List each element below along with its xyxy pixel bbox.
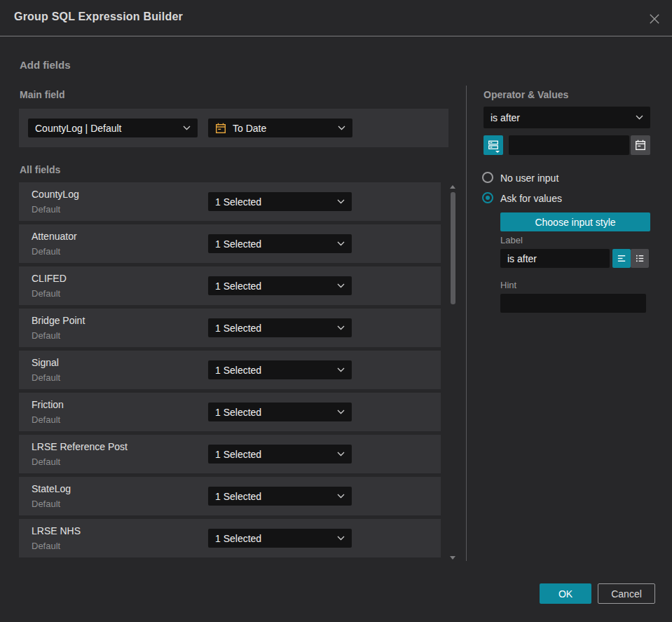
chevron-down-icon: [337, 452, 345, 457]
field-name: LRSE NHS: [32, 525, 81, 536]
field-selected-dropdown[interactable]: 1 Selected: [208, 360, 352, 379]
selected-count-label: 1 Selected: [215, 323, 261, 334]
field-selected-dropdown[interactable]: 1 Selected: [208, 445, 352, 464]
dialog-title: Group SQL Expression Builder: [14, 11, 183, 23]
selected-count-label: 1 Selected: [215, 280, 261, 292]
chevron-down-icon: [636, 115, 643, 120]
operator-select[interactable]: is after: [484, 107, 650, 128]
chevron-down-icon: [337, 199, 345, 204]
main-field-select-value: CountyLog | Default: [35, 123, 122, 134]
panel-divider: [466, 86, 467, 561]
selected-count-label: 1 Selected: [215, 449, 261, 460]
operator-values-heading: Operator & Values: [484, 89, 568, 100]
group-sql-expression-builder-dialog: Group SQL Expression Builder Add fields …: [0, 0, 672, 622]
field-selected-dropdown[interactable]: 1 Selected: [208, 318, 352, 337]
label-input[interactable]: [500, 249, 610, 268]
selected-count-label: 1 Selected: [215, 238, 261, 250]
field-row-clifed: CLIFED Default 1 Selected: [19, 266, 441, 305]
radio-ask-for-values-label[interactable]: Ask for values: [500, 193, 562, 204]
radio-no-user-input[interactable]: [482, 172, 493, 183]
field-name: Bridge Point: [32, 315, 85, 326]
input-style-text-button[interactable]: [612, 249, 631, 268]
main-field-select[interactable]: CountyLog | Default: [28, 119, 198, 137]
input-style-list-button[interactable]: [631, 249, 649, 268]
field-name: LRSE Reference Post: [32, 441, 128, 452]
selected-count-label: 1 Selected: [215, 196, 261, 208]
chevron-down-icon: [183, 126, 191, 130]
field-row-lrse-nhs: LRSE NHS Default 1 Selected: [19, 519, 441, 557]
field-row-friction: Friction Default 1 Selected: [19, 393, 441, 431]
field-name: CountyLog: [32, 189, 79, 200]
field-selected-dropdown[interactable]: 1 Selected: [208, 192, 352, 211]
field-selected-dropdown[interactable]: 1 Selected: [208, 403, 352, 421]
field-row-countylog: CountyLog Default 1 Selected: [19, 182, 441, 221]
selected-count-label: 1 Selected: [215, 365, 261, 376]
field-name: StateLog: [32, 483, 71, 494]
field-subtitle: Default: [32, 414, 60, 425]
selected-count-label: 1 Selected: [215, 533, 261, 544]
value-source-button[interactable]: [484, 135, 503, 155]
field-subtitle: Default: [32, 288, 60, 299]
radio-no-user-input-label[interactable]: No user input: [500, 173, 558, 184]
cancel-button[interactable]: Cancel: [598, 583, 655, 604]
field-name: CLIFED: [32, 273, 67, 284]
main-field-heading: Main field: [20, 89, 65, 100]
selected-count-label: 1 Selected: [215, 491, 261, 502]
chevron-down-icon: [337, 410, 345, 414]
chevron-down-icon: [337, 325, 345, 330]
add-fields-heading: Add fields: [20, 59, 71, 71]
selected-count-label: 1 Selected: [215, 407, 261, 418]
close-button[interactable]: [647, 11, 662, 27]
main-field-type-select[interactable]: To Date: [208, 119, 352, 137]
calendar-icon: [215, 123, 226, 134]
chevron-down-icon: [337, 494, 345, 499]
field-subtitle: Default: [32, 204, 60, 215]
field-subtitle: Default: [32, 246, 60, 257]
field-row-attenuator: Attenuator Default 1 Selected: [19, 224, 441, 263]
label-section-title: Label: [500, 235, 523, 245]
field-subtitle: Default: [32, 330, 60, 341]
field-name: Attenuator: [32, 231, 77, 242]
caret-down-icon: [495, 151, 500, 153]
all-fields-list: CountyLog Default 1 Selected Attenuator …: [19, 182, 441, 561]
operator-select-value: is after: [491, 112, 520, 123]
main-field-type-value: To Date: [233, 123, 266, 134]
calendar-icon: [635, 140, 646, 151]
align-left-icon: [617, 253, 627, 264]
all-fields-heading: All fields: [20, 164, 60, 175]
scroll-up-arrow-icon[interactable]: [450, 185, 455, 189]
field-row-lrse-reference-post: LRSE Reference Post Default 1 Selected: [19, 435, 441, 473]
field-selected-dropdown[interactable]: 1 Selected: [208, 529, 352, 548]
ok-button[interactable]: OK: [540, 583, 591, 604]
field-name: Signal: [32, 357, 59, 368]
field-subtitle: Default: [32, 457, 60, 467]
radio-ask-for-values[interactable]: [482, 192, 493, 203]
hint-section-title: Hint: [500, 280, 516, 290]
stacked-values-icon: [488, 140, 499, 151]
field-row-signal: Signal Default 1 Selected: [19, 351, 441, 389]
chevron-down-icon: [337, 241, 345, 246]
field-row-bridge-point: Bridge Point Default 1 Selected: [19, 309, 441, 347]
chevron-down-icon: [337, 367, 345, 372]
field-name: Friction: [32, 399, 64, 410]
field-row-statelog: StateLog Default 1 Selected: [19, 477, 441, 515]
field-subtitle: Default: [32, 499, 60, 509]
chevron-down-icon: [338, 126, 345, 130]
field-selected-dropdown[interactable]: 1 Selected: [208, 487, 352, 506]
close-icon: [648, 13, 661, 25]
hint-input[interactable]: [500, 294, 646, 313]
value-input[interactable]: [509, 135, 629, 155]
list-scrollbar-thumb[interactable]: [451, 192, 455, 304]
field-selected-dropdown[interactable]: 1 Selected: [208, 276, 352, 295]
field-selected-dropdown[interactable]: 1 Selected: [208, 234, 352, 253]
bulleted-list-icon: [635, 253, 645, 264]
titlebar: Group SQL Expression Builder: [0, 0, 672, 36]
choose-input-style-button[interactable]: Choose input style: [500, 212, 650, 231]
main-field-panel: CountyLog | Default To Date: [19, 109, 448, 147]
date-picker-button[interactable]: [631, 135, 650, 155]
chevron-down-icon: [337, 536, 345, 541]
field-subtitle: Default: [32, 372, 60, 383]
field-subtitle: Default: [32, 541, 60, 551]
chevron-down-icon: [337, 283, 345, 288]
scroll-down-arrow-icon[interactable]: [450, 556, 455, 560]
